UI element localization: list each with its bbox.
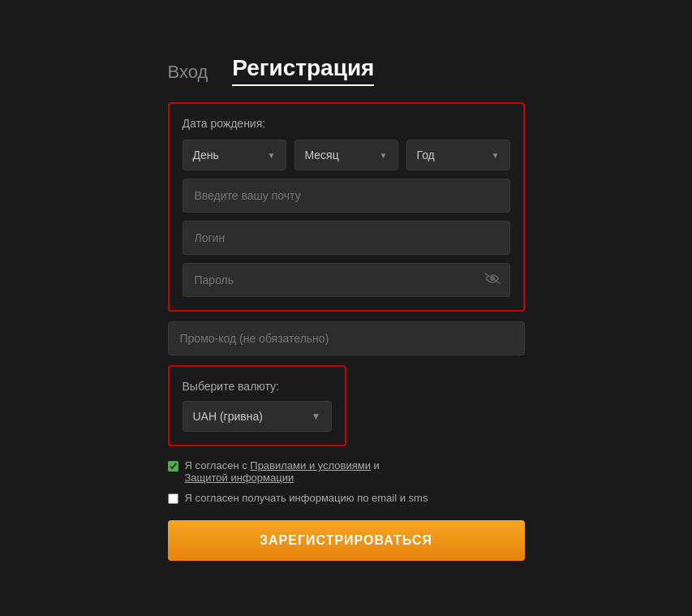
month-dropdown[interactable]: Месяц ▼ [294, 140, 398, 170]
month-arrow-icon: ▼ [380, 151, 388, 160]
day-label: День [193, 149, 219, 162]
checkboxes-section: Я согласен с Правилами и условиями и Защ… [168, 459, 525, 504]
password-field[interactable] [183, 263, 510, 297]
promo-field[interactable] [168, 321, 525, 355]
terms-checkbox[interactable] [168, 461, 178, 472]
password-wrapper [183, 263, 510, 297]
terms-text: Я согласен с Правилами и условиями и Защ… [185, 459, 380, 484]
toggle-password-icon[interactable] [484, 273, 501, 287]
tab-login[interactable]: Вход [168, 62, 208, 86]
privacy-link[interactable]: Защитой информации [185, 472, 294, 484]
email-field[interactable] [183, 179, 510, 213]
registration-form-section: Дата рождения: День ▼ Месяц ▼ Год ▼ [168, 102, 525, 312]
tab-register[interactable]: Регистрация [232, 55, 374, 86]
login-field[interactable] [183, 221, 510, 255]
register-button[interactable]: ЗАРЕГИСТРИРОВАТЬСЯ [168, 520, 525, 561]
dob-label: Дата рождения: [183, 117, 510, 130]
currency-value: UAH (гривна) [193, 410, 263, 423]
day-dropdown[interactable]: День ▼ [183, 140, 286, 170]
newsletter-text: Я согласен получать информацию по email … [185, 492, 428, 504]
currency-label: Выберите валюту: [183, 380, 332, 393]
auth-tabs: Вход Регистрация [168, 55, 525, 86]
year-dropdown[interactable]: Год ▼ [406, 140, 510, 170]
month-label: Месяц [305, 149, 339, 162]
year-arrow-icon: ▼ [492, 151, 500, 160]
day-arrow-icon: ▼ [268, 151, 276, 160]
currency-section: Выберите валюту: UAH (гривна) ▼ [168, 365, 346, 446]
terms-checkbox-row: Я согласен с Правилами и условиями и Защ… [168, 459, 525, 484]
newsletter-checkbox[interactable] [168, 493, 178, 504]
currency-dropdown[interactable]: UAH (гривна) ▼ [183, 401, 332, 432]
year-label: Год [417, 149, 435, 162]
registration-container: Вход Регистрация Дата рождения: День ▼ М… [152, 39, 541, 577]
newsletter-checkbox-row: Я согласен получать информацию по email … [168, 492, 525, 504]
dob-row: День ▼ Месяц ▼ Год ▼ [183, 140, 510, 170]
terms-link[interactable]: Правилами и условиями [250, 459, 371, 472]
currency-arrow-icon: ▼ [312, 411, 321, 422]
